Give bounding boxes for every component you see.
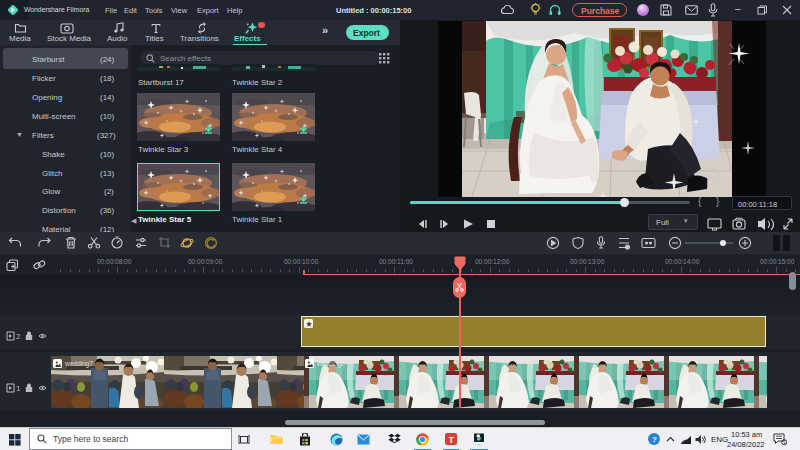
svg-text:1: 1 — [16, 384, 21, 393]
svg-text:1: 1 — [783, 439, 786, 445]
svg-text:2: 2 — [16, 332, 21, 341]
